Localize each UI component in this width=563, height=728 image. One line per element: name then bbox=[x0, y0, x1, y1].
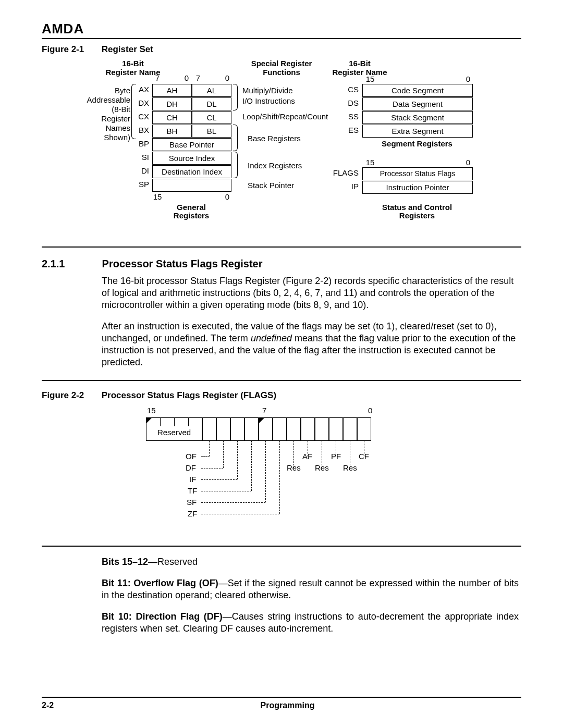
f1-cl: CL bbox=[192, 111, 231, 124]
f1-sp-cell bbox=[152, 179, 231, 192]
f1-ba6: Shown) bbox=[63, 133, 130, 142]
f1-cs: CS bbox=[340, 85, 359, 94]
divider-1 bbox=[42, 246, 521, 248]
f2-df: DF bbox=[186, 463, 196, 472]
figure-1-caption: Figure 2-1 Register Set bbox=[42, 44, 521, 55]
divider-3 bbox=[42, 546, 521, 547]
f2-dv9 bbox=[237, 441, 238, 479]
b10-bold: Bit 10: Direction Flag (DF) bbox=[102, 611, 223, 622]
footer-chapter: Programming bbox=[42, 701, 521, 710]
f1-ba3: (8-Bit bbox=[63, 105, 130, 114]
f2-cf: CF bbox=[359, 452, 369, 461]
bits15-12: Bits 15–12—Reserved bbox=[102, 556, 519, 568]
bit11: Bit 11: Overflow Flag (OF)—Set if the si… bbox=[102, 577, 519, 601]
bit-descriptions: Bits 15–12—Reserved Bit 11: Overflow Fla… bbox=[102, 556, 519, 635]
f1-sclbl2: Registers bbox=[362, 211, 472, 220]
f2-res3: Res bbox=[315, 463, 329, 472]
b15-txt: —Reserved bbox=[148, 557, 198, 567]
figure-1-title: Register Set bbox=[102, 44, 153, 54]
section-number: 2.1.1 bbox=[42, 258, 99, 270]
figure-2-diagram: 15 7 0 Reserved bbox=[146, 406, 386, 541]
b15-bold: Bits 15–12 bbox=[102, 557, 148, 567]
f1-func1: Multiply/Divide bbox=[242, 86, 341, 95]
footer: 2-2 Programming bbox=[42, 697, 521, 710]
f1-bot0: 0 bbox=[222, 192, 232, 201]
f2-dv10 bbox=[223, 441, 224, 468]
f1-bit0b: 0 bbox=[222, 73, 232, 82]
bit10: Bit 10: Direction Flag (DF)—Causes strin… bbox=[102, 611, 519, 635]
section-heading: 2.1.1 Processor Status Flags Register bbox=[42, 258, 521, 270]
f1-ss: SS bbox=[340, 112, 359, 121]
f2-res5: Res bbox=[287, 463, 301, 472]
f2-b15: 15 bbox=[147, 406, 156, 415]
f1-bl: BL bbox=[192, 125, 231, 138]
f2-tick-14 bbox=[160, 418, 161, 426]
f1-reg-cx: CX bbox=[136, 112, 149, 121]
f2-bit4 bbox=[301, 417, 315, 441]
figure-2-number: Figure 2-2 bbox=[42, 390, 99, 401]
f2-bit11 bbox=[202, 417, 216, 441]
f1-es-cell: Extra Segment bbox=[362, 125, 473, 138]
f1-gen2: Registers bbox=[152, 211, 230, 220]
f1-es: ES bbox=[340, 126, 359, 134]
f1-reg-dx: DX bbox=[136, 98, 149, 107]
f2-of: OF bbox=[186, 452, 197, 461]
divider-2 bbox=[42, 380, 521, 381]
figure-1-number: Figure 2-1 bbox=[42, 44, 99, 55]
f2-bit1 bbox=[343, 417, 357, 441]
page: AMDA Figure 2-1 Register Set 16-Bit Regi… bbox=[0, 0, 563, 728]
f1-bot15: 15 bbox=[152, 192, 163, 201]
f1-flags-name: FLAGS bbox=[323, 168, 359, 177]
f2-bit3 bbox=[315, 417, 329, 441]
f2-af: AF bbox=[302, 452, 312, 461]
f2-zf: ZF bbox=[188, 509, 197, 518]
f2-dv8 bbox=[251, 441, 252, 491]
f1-gen1: General bbox=[152, 203, 230, 212]
f2-res1: Res bbox=[343, 463, 357, 472]
f2-dv6 bbox=[279, 441, 280, 514]
p2b: undefined bbox=[251, 333, 295, 343]
f1-reg-si: SI bbox=[136, 153, 149, 162]
f1-ba4: Register bbox=[63, 114, 130, 123]
f1-reg-sp: SP bbox=[136, 180, 149, 189]
f1-dl: DL bbox=[192, 97, 231, 110]
f1-dh: DH bbox=[152, 97, 192, 110]
f1-spec2: Functions bbox=[240, 68, 323, 77]
figure-2-caption: Figure 2-2 Processor Status Flags Regist… bbox=[42, 390, 521, 401]
f1-func2: I/O Instructions bbox=[242, 96, 341, 105]
f2-dh-zf bbox=[201, 514, 279, 514]
f1-segt1: 16-Bit bbox=[323, 59, 396, 68]
f1-reg-bp: BP bbox=[136, 139, 149, 148]
f1-ds-cell: Data Segment bbox=[362, 97, 473, 110]
f2-dh-sf bbox=[201, 502, 265, 503]
f1-ds: DS bbox=[340, 98, 359, 107]
f2-b0: 0 bbox=[368, 406, 372, 415]
f2-dv7 bbox=[265, 441, 266, 502]
f1-ba1: Byte bbox=[63, 86, 130, 95]
page-number: 2-2 bbox=[42, 701, 54, 710]
f1-bit7b: 7 bbox=[193, 73, 203, 82]
logo: AMDA bbox=[42, 21, 521, 39]
f2-dh-tf bbox=[201, 491, 251, 491]
f1-bp-cell: Base Pointer bbox=[152, 138, 231, 151]
f1-brace-r2 bbox=[233, 125, 238, 151]
f1-spec1: Special Register bbox=[240, 59, 323, 68]
figure-1-diagram: 16-Bit Register Name Byte Addressable (8… bbox=[42, 59, 521, 231]
f1-reg-di: DI bbox=[136, 166, 149, 175]
f1-ip-cell: Instruction Pointer bbox=[362, 181, 473, 194]
f1-reg-ax: AX bbox=[136, 85, 149, 94]
f2-bit2 bbox=[329, 417, 343, 441]
f1-ip-name: IP bbox=[323, 182, 359, 191]
f1-cs-cell: Code Segment bbox=[362, 84, 473, 97]
b11-bold: Bit 11: Overflow Flag (OF) bbox=[102, 578, 218, 588]
f1-flags-cell: Processor Status Flags bbox=[362, 167, 473, 180]
f1-seg15: 15 bbox=[365, 75, 375, 83]
f1-ah: AH bbox=[152, 84, 192, 97]
f1-func4: Base Registers bbox=[248, 134, 347, 143]
f1-bit7a: 7 bbox=[152, 73, 163, 82]
f1-brace-r1 bbox=[233, 84, 238, 110]
para-2: After an instruction is executed, the va… bbox=[102, 320, 519, 368]
f2-dv11 bbox=[209, 441, 210, 456]
f2-tri2-icon bbox=[259, 418, 264, 423]
f1-reg-bx: BX bbox=[136, 126, 149, 134]
